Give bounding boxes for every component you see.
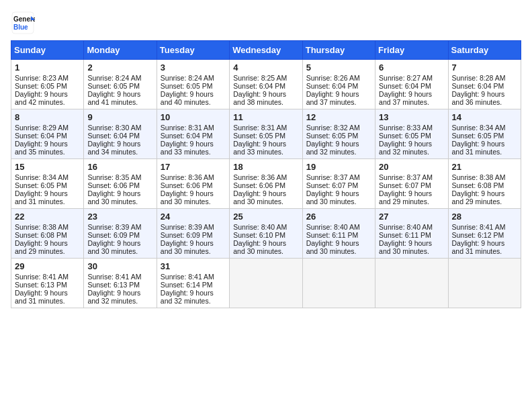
- calendar-cell: 24Sunrise: 8:39 AMSunset: 6:09 PMDayligh…: [157, 209, 229, 259]
- sunrise-text: Sunrise: 8:39 AM: [161, 223, 214, 231]
- day-number: 5: [306, 62, 371, 73]
- sunrise-text: Sunrise: 8:32 AM: [306, 124, 360, 132]
- day-number: 11: [233, 112, 298, 122]
- calendar-cell: 17Sunrise: 8:36 AMSunset: 6:06 PMDayligh…: [157, 159, 229, 209]
- sunrise-text: Sunrise: 8:24 AM: [161, 74, 214, 82]
- sunset-text: Sunset: 6:13 PM: [15, 281, 67, 289]
- calendar-cell: [302, 259, 375, 308]
- day-number: 22: [15, 212, 80, 222]
- daylight-text: Daylight: 9 hours and 29 minutes.: [452, 189, 505, 205]
- day-number: 2: [87, 62, 152, 73]
- sunrise-text: Sunrise: 8:38 AM: [452, 173, 506, 181]
- sunrise-text: Sunrise: 8:24 AM: [87, 74, 141, 82]
- sunset-text: Sunset: 6:04 PM: [87, 132, 140, 140]
- calendar-cell: 22Sunrise: 8:38 AMSunset: 6:08 PMDayligh…: [11, 209, 84, 259]
- day-number: 10: [161, 112, 226, 122]
- col-header-saturday: Saturday: [448, 41, 521, 60]
- calendar-cell: 14Sunrise: 8:34 AMSunset: 6:05 PMDayligh…: [448, 109, 521, 159]
- sunrise-text: Sunrise: 8:23 AM: [15, 74, 69, 82]
- daylight-text: Daylight: 9 hours and 30 minutes.: [161, 189, 214, 205]
- sunrise-text: Sunrise: 8:25 AM: [233, 74, 287, 82]
- sunrise-text: Sunrise: 8:40 AM: [379, 223, 433, 231]
- calendar-cell: 3Sunrise: 8:24 AMSunset: 6:05 PMDaylight…: [157, 60, 229, 109]
- sunset-text: Sunset: 6:05 PM: [161, 82, 213, 90]
- sunset-text: Sunset: 6:12 PM: [452, 231, 504, 239]
- day-number: 4: [233, 62, 298, 73]
- day-number: 8: [15, 112, 80, 122]
- sunset-text: Sunset: 6:13 PM: [87, 281, 140, 289]
- sunrise-text: Sunrise: 8:39 AM: [87, 223, 141, 231]
- calendar-cell: 31Sunrise: 8:41 AMSunset: 6:14 PMDayligh…: [157, 259, 229, 308]
- sunset-text: Sunset: 6:04 PM: [306, 82, 359, 90]
- daylight-text: Daylight: 9 hours and 40 minutes.: [161, 90, 214, 106]
- calendar-cell: 18Sunrise: 8:36 AMSunset: 6:06 PMDayligh…: [230, 159, 302, 209]
- daylight-text: Daylight: 9 hours and 31 minutes.: [452, 239, 505, 255]
- col-header-tuesday: Tuesday: [157, 41, 229, 60]
- sunset-text: Sunset: 6:04 PM: [379, 82, 431, 90]
- calendar-week-4: 22Sunrise: 8:38 AMSunset: 6:08 PMDayligh…: [11, 209, 521, 259]
- sunset-text: Sunset: 6:08 PM: [452, 181, 504, 189]
- day-number: 6: [379, 62, 444, 73]
- daylight-text: Daylight: 9 hours and 33 minutes.: [161, 140, 214, 156]
- sunset-text: Sunset: 6:05 PM: [306, 132, 359, 140]
- sunset-text: Sunset: 6:05 PM: [87, 82, 140, 90]
- logo-svg: General Blue: [11, 11, 35, 35]
- calendar-cell: [230, 259, 302, 308]
- calendar-cell: 9Sunrise: 8:30 AMSunset: 6:04 PMDaylight…: [84, 109, 157, 159]
- day-number: 9: [87, 112, 152, 122]
- logo: General Blue: [11, 11, 35, 35]
- sunset-text: Sunset: 6:06 PM: [233, 181, 285, 189]
- calendar-cell: 19Sunrise: 8:37 AMSunset: 6:07 PMDayligh…: [302, 159, 375, 209]
- sunrise-text: Sunrise: 8:30 AM: [87, 124, 141, 132]
- col-header-sunday: Sunday: [11, 41, 84, 60]
- sunset-text: Sunset: 6:04 PM: [452, 82, 504, 90]
- sunrise-text: Sunrise: 8:28 AM: [452, 74, 506, 82]
- day-number: 1: [15, 62, 80, 73]
- day-number: 15: [15, 162, 80, 172]
- calendar-cell: 10Sunrise: 8:31 AMSunset: 6:04 PMDayligh…: [157, 109, 229, 159]
- sunset-text: Sunset: 6:05 PM: [379, 132, 431, 140]
- sunset-text: Sunset: 6:05 PM: [15, 82, 67, 90]
- daylight-text: Daylight: 9 hours and 30 minutes.: [233, 189, 286, 205]
- sunset-text: Sunset: 6:04 PM: [161, 132, 213, 140]
- sunset-text: Sunset: 6:14 PM: [161, 281, 213, 289]
- calendar-cell: 12Sunrise: 8:32 AMSunset: 6:05 PMDayligh…: [302, 109, 375, 159]
- calendar-cell: [375, 259, 448, 308]
- sunrise-text: Sunrise: 8:29 AM: [15, 124, 69, 132]
- calendar-cell: 26Sunrise: 8:40 AMSunset: 6:11 PMDayligh…: [302, 209, 375, 259]
- sunrise-text: Sunrise: 8:40 AM: [233, 223, 287, 231]
- daylight-text: Daylight: 9 hours and 31 minutes.: [15, 289, 68, 305]
- sunrise-text: Sunrise: 8:31 AM: [161, 124, 214, 132]
- day-number: 25: [233, 212, 298, 222]
- calendar-cell: 7Sunrise: 8:28 AMSunset: 6:04 PMDaylight…: [448, 60, 521, 109]
- day-number: 12: [306, 112, 371, 122]
- calendar-cell: 5Sunrise: 8:26 AMSunset: 6:04 PMDaylight…: [302, 60, 375, 109]
- day-number: 23: [87, 212, 152, 222]
- day-number: 18: [233, 162, 298, 172]
- col-header-thursday: Thursday: [302, 41, 375, 60]
- day-number: 7: [452, 62, 517, 73]
- sunset-text: Sunset: 6:06 PM: [87, 181, 140, 189]
- sunset-text: Sunset: 6:09 PM: [87, 231, 140, 239]
- daylight-text: Daylight: 9 hours and 33 minutes.: [233, 140, 286, 156]
- sunrise-text: Sunrise: 8:38 AM: [15, 223, 69, 231]
- daylight-text: Daylight: 9 hours and 30 minutes.: [306, 189, 359, 205]
- calendar-cell: 2Sunrise: 8:24 AMSunset: 6:05 PMDaylight…: [84, 60, 157, 109]
- calendar-cell: 25Sunrise: 8:40 AMSunset: 6:10 PMDayligh…: [230, 209, 302, 259]
- day-number: 14: [452, 112, 517, 122]
- sunrise-text: Sunrise: 8:41 AM: [452, 223, 506, 231]
- calendar-cell: 8Sunrise: 8:29 AMSunset: 6:04 PMDaylight…: [11, 109, 84, 159]
- daylight-text: Daylight: 9 hours and 36 minutes.: [452, 90, 505, 106]
- calendar-cell: 30Sunrise: 8:41 AMSunset: 6:13 PMDayligh…: [84, 259, 157, 308]
- sunset-text: Sunset: 6:11 PM: [306, 231, 359, 239]
- sunrise-text: Sunrise: 8:37 AM: [379, 173, 433, 181]
- sunset-text: Sunset: 6:04 PM: [15, 132, 67, 140]
- calendar-cell: 23Sunrise: 8:39 AMSunset: 6:09 PMDayligh…: [84, 209, 157, 259]
- sunrise-text: Sunrise: 8:40 AM: [306, 223, 360, 231]
- day-number: 24: [161, 212, 226, 222]
- calendar-cell: 1Sunrise: 8:23 AMSunset: 6:05 PMDaylight…: [11, 60, 84, 109]
- day-number: 26: [306, 212, 371, 222]
- calendar-week-5: 29Sunrise: 8:41 AMSunset: 6:13 PMDayligh…: [11, 259, 521, 308]
- day-number: 27: [379, 212, 444, 222]
- sunset-text: Sunset: 6:07 PM: [306, 181, 359, 189]
